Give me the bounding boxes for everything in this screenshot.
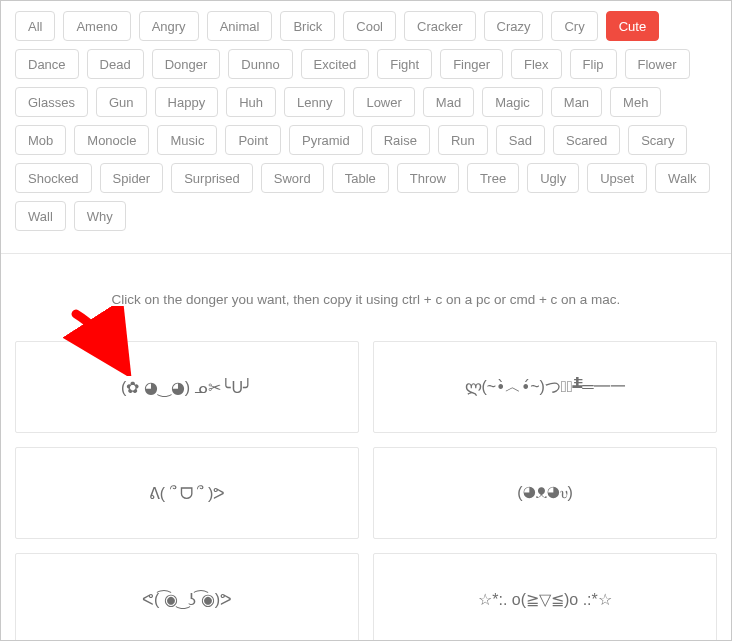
- category-tag[interactable]: Happy: [155, 87, 219, 117]
- category-tag[interactable]: Sad: [496, 125, 545, 155]
- category-tag[interactable]: Huh: [226, 87, 276, 117]
- category-tag[interactable]: Dead: [87, 49, 144, 79]
- donger-card[interactable]: (✿ ◕‿◕) ᓄ✂╰U╯: [15, 341, 359, 433]
- category-tag[interactable]: All: [15, 11, 55, 41]
- category-tag[interactable]: Walk: [655, 163, 709, 193]
- category-tag[interactable]: Point: [225, 125, 281, 155]
- category-tag[interactable]: Meh: [610, 87, 661, 117]
- donger-grid: (✿ ◕‿◕) ᓄ✂╰U╯ლ(~•̀︿•́~)つ︻̷┻̿═━一ᕕ( ՞ ᗜ ՞ …: [1, 341, 731, 641]
- category-tag[interactable]: Wall: [15, 201, 66, 231]
- category-tag[interactable]: Dance: [15, 49, 79, 79]
- donger-card[interactable]: ☆*:. o(≧▽≦)o .:*☆: [373, 553, 717, 641]
- category-tag[interactable]: Mob: [15, 125, 66, 155]
- category-tag[interactable]: Upset: [587, 163, 647, 193]
- category-tag[interactable]: Dunno: [228, 49, 292, 79]
- instructions-text: Click on the donger you want, then copy …: [1, 254, 731, 341]
- donger-card[interactable]: ლ(~•̀︿•́~)つ︻̷┻̿═━一: [373, 341, 717, 433]
- category-tag[interactable]: Flip: [570, 49, 617, 79]
- category-tag[interactable]: Lower: [353, 87, 414, 117]
- category-tag[interactable]: Throw: [397, 163, 459, 193]
- donger-card[interactable]: ᕙ( ͡◉ ͜ ʖ ͡◉)ᕗ: [15, 553, 359, 641]
- category-tag[interactable]: Scared: [553, 125, 620, 155]
- category-tag[interactable]: Run: [438, 125, 488, 155]
- category-tag[interactable]: Ameno: [63, 11, 130, 41]
- category-tag[interactable]: Ugly: [527, 163, 579, 193]
- category-tag[interactable]: Glasses: [15, 87, 88, 117]
- category-tag[interactable]: Surprised: [171, 163, 253, 193]
- category-tag[interactable]: Brick: [280, 11, 335, 41]
- category-tag[interactable]: Donger: [152, 49, 221, 79]
- category-tag[interactable]: Flower: [625, 49, 690, 79]
- category-tag[interactable]: Cry: [551, 11, 597, 41]
- donger-card[interactable]: ᕕ( ՞ ᗜ ՞ )ᕗ: [15, 447, 359, 539]
- category-tag[interactable]: Why: [74, 201, 126, 231]
- category-tag[interactable]: Animal: [207, 11, 273, 41]
- category-tag[interactable]: Pyramid: [289, 125, 363, 155]
- category-tag[interactable]: Cool: [343, 11, 396, 41]
- category-tag[interactable]: Magic: [482, 87, 543, 117]
- category-tag[interactable]: Tree: [467, 163, 519, 193]
- category-tag[interactable]: Finger: [440, 49, 503, 79]
- category-tag[interactable]: Table: [332, 163, 389, 193]
- category-tag[interactable]: Flex: [511, 49, 562, 79]
- category-tag[interactable]: Monocle: [74, 125, 149, 155]
- category-tag[interactable]: Excited: [301, 49, 370, 79]
- category-tag[interactable]: Fight: [377, 49, 432, 79]
- category-tag[interactable]: Crazy: [484, 11, 544, 41]
- category-tag[interactable]: Scary: [628, 125, 687, 155]
- category-tag[interactable]: Music: [157, 125, 217, 155]
- app-frame: AllAmenoAngryAnimalBrickCoolCrackerCrazy…: [0, 0, 732, 641]
- donger-card[interactable]: (◕ᴥ◕ʋ): [373, 447, 717, 539]
- category-tag[interactable]: Man: [551, 87, 602, 117]
- category-tag[interactable]: Cute: [606, 11, 659, 41]
- category-tag[interactable]: Mad: [423, 87, 474, 117]
- category-tag[interactable]: Sword: [261, 163, 324, 193]
- category-tag[interactable]: Raise: [371, 125, 430, 155]
- category-tag[interactable]: Angry: [139, 11, 199, 41]
- category-tag[interactable]: Cracker: [404, 11, 476, 41]
- category-tag[interactable]: Gun: [96, 87, 147, 117]
- category-tag[interactable]: Lenny: [284, 87, 345, 117]
- category-tag[interactable]: Spider: [100, 163, 164, 193]
- category-tag[interactable]: Shocked: [15, 163, 92, 193]
- category-list: AllAmenoAngryAnimalBrickCoolCrackerCrazy…: [1, 1, 731, 254]
